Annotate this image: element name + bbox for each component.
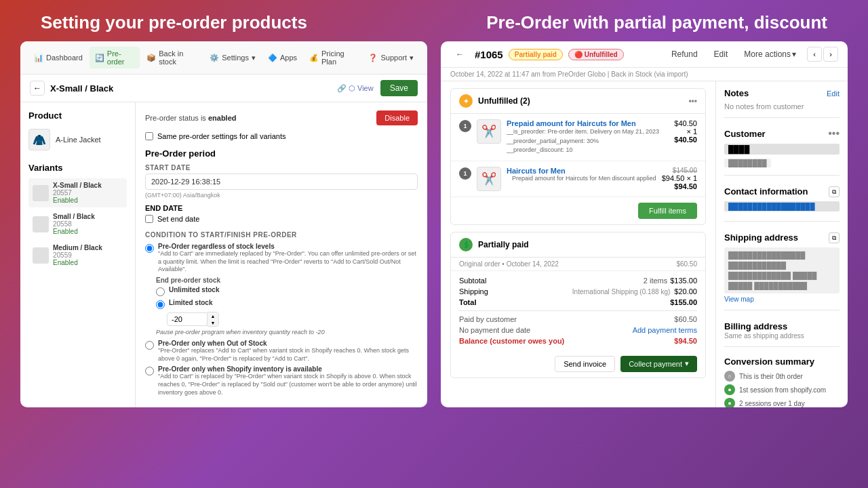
notes-section: Notes Edit No notes from customer [724, 88, 840, 118]
shipping-row: Shipping International Shipping (0.188 k… [459, 287, 697, 296]
collect-payment-button[interactable]: Collect payment ▾ [620, 356, 697, 372]
balance-row: Balance (customer owes you) $94.50 [459, 337, 697, 345]
variant-item-1[interactable]: Small / Black 20558 Enabled [28, 209, 127, 239]
back-button[interactable]: ← [30, 81, 45, 96]
view-link[interactable]: 🔗 ⬡ View [337, 84, 374, 93]
notes-title: Notes [724, 88, 749, 98]
fulfill-items-button[interactable]: Fulfill items [638, 203, 697, 219]
radio-2-desc: "Pre-Order" replaces "Add to Cart" when … [158, 347, 418, 363]
order-main: ✦ Unfulfilled (2) ••• 1 ✂️ Prepaid amoun… [441, 81, 715, 407]
billing-section: Billing address Same as shipping address [724, 320, 840, 347]
variant-name-0: X-Small / Black [53, 182, 102, 189]
nav-support[interactable]: ❓Support ▾ [363, 51, 419, 65]
item-1-details: Prepaid amount for Haircuts for Men __is… [507, 119, 669, 155]
variant-item-0[interactable]: X-Small / Black 20557 Enabled [28, 178, 127, 207]
spin-up-button[interactable]: ▲ [208, 312, 218, 319]
billing-same-as: Same as shipping address [724, 332, 840, 340]
start-date-input[interactable] [145, 174, 418, 190]
edit-button[interactable]: Edit [709, 47, 734, 62]
set-end-date-checkbox[interactable] [145, 215, 153, 223]
same-settings-label: Same pre-order settings for all variants [157, 132, 286, 140]
conversion-header: Conversion summary [724, 357, 840, 367]
unfulfilled-title: Unfulfilled (2) [478, 96, 530, 106]
variant-id-1: 20558 [53, 220, 95, 228]
shipping-header: Shipping address ⧉ [724, 231, 840, 243]
partially-paid-badge: Partially paid [509, 49, 563, 60]
end-date-label: END DATE [145, 204, 418, 212]
item-1-name[interactable]: Prepaid amount for Haircuts for Men [507, 119, 669, 127]
conversion-section: Conversion summary ○ This is their 0th o… [724, 357, 840, 407]
contact-title: Contact information [724, 186, 808, 197]
nav-back-in-stock[interactable]: 📦Back in stock [141, 47, 203, 68]
view-map-link[interactable]: View map [724, 296, 840, 303]
spin-down-button[interactable]: ▼ [208, 319, 218, 326]
shipping-copy-icon[interactable]: ⧉ [829, 232, 840, 243]
limited-stock-input[interactable] [167, 312, 208, 326]
radio-2-label: Pre-Order only when Out of Stock [158, 340, 418, 347]
limited-stock-label: Limited stock [169, 299, 212, 306]
radio-group-1: Pre-Order regardless of stock levels "Ad… [145, 243, 418, 336]
variant-info-0: X-Small / Black 20557 Enabled [53, 182, 102, 204]
conv-item-1: ○ This is their 0th order [724, 371, 840, 382]
variant-thumb-0 [33, 185, 49, 201]
disable-button[interactable]: Disable [376, 110, 418, 125]
pause-text: Pause pre-order program when inventory q… [156, 329, 418, 336]
nav-preorder[interactable]: 🔄Pre-order [90, 47, 140, 68]
billing-title: Billing address [724, 321, 787, 331]
right-panel: ← #1065 Partially paid 🔴 Unfulfilled Ref… [441, 41, 848, 407]
nav-settings[interactable]: ⚙️Settings ▾ [204, 51, 261, 65]
contact-copy-icon[interactable]: ⧉ [829, 186, 840, 197]
item-2-qty: 1 [459, 167, 471, 180]
shipping-title: Shipping address [724, 232, 798, 243]
notes-edit-link[interactable]: Edit [827, 89, 840, 98]
prev-order-button[interactable]: ‹ [807, 47, 822, 62]
next-order-button[interactable]: › [823, 47, 838, 62]
right-section-title: Pre-Order with partial payment, discount [486, 12, 827, 33]
contact-section: Contact information ⧉ ██████████████████ [724, 185, 840, 222]
variants-section: Variants X-Small / Black 20557 Enabled S… [28, 163, 127, 270]
spinner-buttons: ▲ ▼ [208, 312, 219, 327]
subtotal-row: Subtotal 2 items$135.00 [459, 277, 697, 285]
radio-3[interactable] [145, 367, 154, 375]
item-2-details: Haircuts for Men Prepaid amount for Hair… [507, 167, 656, 182]
nav-dashboard[interactable]: 📊Dashboard [28, 51, 88, 65]
condition-label: CONDITION TO START/FINISH PRE-ORDER [145, 231, 418, 239]
unfulfilled-header: ✦ Unfulfilled (2) ••• [451, 89, 705, 114]
refund-button[interactable]: Refund [666, 47, 703, 62]
nav-pricing-plan[interactable]: 💰Pricing Plan [304, 47, 361, 68]
customer-title: Customer [724, 129, 766, 139]
unlimited-stock-row: Unlimited stock [156, 286, 418, 296]
customer-dots[interactable]: ••• [828, 127, 840, 140]
customer-header: Customer ••• [724, 127, 840, 140]
panel-header: ← X-Small / Black 🔗 ⬡ View Save [20, 75, 427, 102]
radio-2[interactable] [145, 341, 154, 350]
radio-1[interactable] [145, 244, 154, 253]
unfulfilled-dots[interactable]: ••• [688, 96, 697, 106]
nav-apps[interactable]: 🔷Apps [262, 51, 302, 65]
item-2-name[interactable]: Haircuts for Men [507, 167, 656, 175]
back-to-orders-button[interactable]: ← [450, 47, 469, 62]
end-stock-label: End pre-order stock [156, 277, 418, 284]
unlimited-stock-radio[interactable] [156, 287, 165, 296]
item-1-thumb: ✂️ [477, 119, 501, 144]
sub-options: End pre-order stock Unlimited stock Limi… [156, 277, 418, 336]
conv-dot-1: ○ [724, 371, 735, 382]
panel-body: Product 🧥 A-Line Jacket Variants X-Small… [20, 102, 427, 407]
unfulfilled-section: ✦ Unfulfilled (2) ••• 1 ✂️ Prepaid amoun… [450, 88, 706, 225]
radio-1-label: Pre-Order regardless of stock levels [158, 243, 418, 250]
product-sidebar: Product 🧥 A-Line Jacket Variants X-Small… [20, 102, 136, 407]
same-settings-checkbox[interactable] [145, 132, 153, 140]
variant-item-2[interactable]: Medium / Black 20559 Enabled [28, 241, 127, 270]
panel-nav: 📊Dashboard 🔄Pre-order 📦Back in stock ⚙️S… [20, 41, 427, 75]
add-payment-terms-link[interactable]: Add payment terms [633, 326, 697, 334]
shipping-address-section: Shipping address ⧉ ████████████████ ████… [724, 231, 840, 310]
order-item-1: 1 ✂️ Prepaid amount for Haircuts for Men… [451, 114, 705, 161]
radio-row-2: Pre-Order only when Out of Stock "Pre-Or… [145, 340, 418, 363]
save-button[interactable]: Save [380, 80, 418, 96]
radio-3-desc: "Add to Cart" is replaced by "Pre-Order"… [158, 373, 418, 396]
shipping-address: ████████████████ ████████████ ██████████… [724, 247, 840, 293]
conv-item-2: ● 1st session from shopify.com [724, 384, 840, 395]
send-invoice-button[interactable]: Send invoice [555, 356, 615, 372]
limited-stock-radio[interactable] [156, 300, 165, 309]
more-actions-button[interactable]: More actions ▾ [738, 47, 802, 62]
